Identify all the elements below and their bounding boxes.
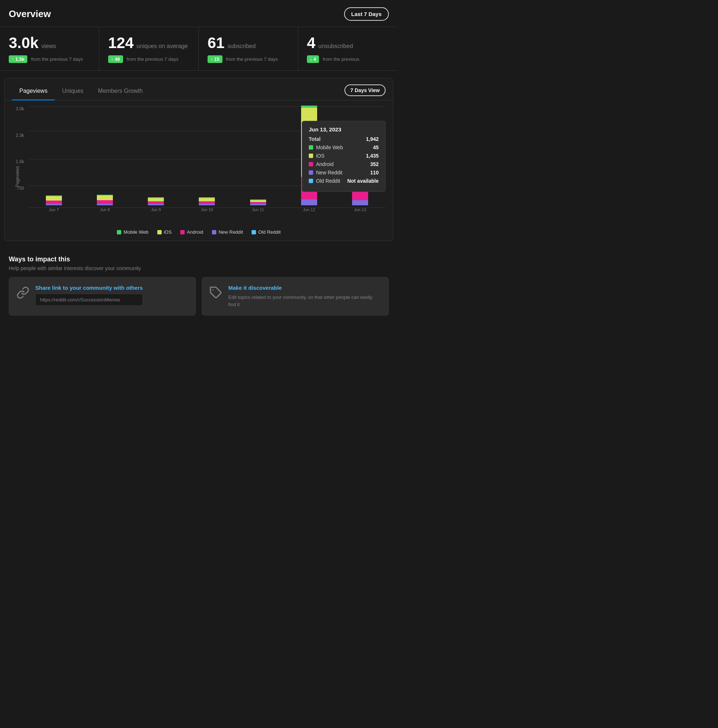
- chart-area: Pageviews 3.0k2.3k1.5k750 Jun 7Jun 8Jun …: [5, 101, 393, 226]
- stat-label: views: [41, 43, 56, 49]
- stat-badge: ↑ 15: [208, 55, 222, 63]
- bar-x-label: Jun 13: [354, 208, 366, 212]
- bar-seg-android: [97, 200, 113, 204]
- stat-card-2: 61 subscribed ↑ 15 from the previous 7 d…: [199, 27, 298, 70]
- tab-members-growth[interactable]: Members Growth: [91, 84, 150, 101]
- stat-number: 4: [307, 34, 315, 52]
- ways-card: Make it discoverable Edit topics related…: [202, 277, 389, 316]
- ways-card-title[interactable]: Share link to your community with others: [35, 284, 143, 291]
- tooltip-row: Old Reddit Not available: [309, 178, 379, 184]
- ways-card-content: Make it discoverable Edit topics related…: [228, 284, 381, 308]
- y-axis-title: Pageviews: [15, 166, 20, 187]
- stat-main: 124 uniques on average: [108, 34, 190, 52]
- bar-seg-ios: [148, 198, 164, 201]
- ways-card-icon: [16, 286, 29, 299]
- ways-card-title[interactable]: Make it discoverable: [228, 284, 381, 291]
- stat-sub-text: from the previous 7 days: [226, 57, 278, 62]
- stat-main: 61 subscribed: [208, 34, 289, 52]
- legend-dot: [117, 230, 121, 234]
- bar-seg-new_reddit: [199, 204, 215, 205]
- legend-item: New Reddit: [212, 229, 243, 235]
- legend-item: iOS: [157, 229, 172, 235]
- y-axis-label: 1.5k: [12, 159, 24, 164]
- stat-label: subscribed: [228, 43, 256, 49]
- tooltip-row-label: Old Reddit: [309, 178, 340, 184]
- tooltip-color-dot: [309, 145, 313, 150]
- tooltip-row-value: 45: [373, 145, 379, 150]
- tab-uniques[interactable]: Uniques: [55, 84, 91, 101]
- tooltip-row: Android 352: [309, 161, 379, 167]
- chart-plot: Jun 7Jun 8Jun 9Jun 10Jun 11Jun 12Jun 13 …: [28, 106, 386, 223]
- last-days-button[interactable]: Last 7 Days: [344, 7, 389, 21]
- stat-number: 3.0k: [9, 34, 38, 52]
- bar-seg-android: [199, 201, 215, 204]
- bar-group[interactable]: Jun 8: [80, 195, 130, 212]
- tabs-left: PageviewsUniquesMembers Growth: [12, 84, 150, 100]
- tooltip-row-label: Mobile Web: [309, 145, 343, 150]
- bar-seg-android: [46, 200, 62, 204]
- stat-number: 124: [108, 34, 134, 52]
- y-axis-label: 2.3k: [12, 133, 24, 138]
- stat-sub-text: from the previous 7 days: [127, 57, 178, 62]
- bar-seg-ios: [46, 196, 62, 201]
- tooltip-row: iOS 1,435: [309, 153, 379, 159]
- bar-seg-ios: [199, 198, 215, 201]
- chart-tabs: PageviewsUniquesMembers Growth 7 Days Vi…: [5, 78, 393, 101]
- tooltip-total-row: Total 1,942: [309, 136, 379, 142]
- bar-x-label: Jun 7: [49, 208, 59, 212]
- ways-card-content: Share link to your community with others…: [35, 284, 143, 306]
- legend-dot: [212, 230, 216, 234]
- legend-dot: [157, 230, 162, 234]
- tooltip-total-label: Total: [309, 136, 320, 142]
- ways-card-url[interactable]: https://reddit.com/r/SuccessionMemes: [35, 294, 143, 306]
- y-axis: 3.0k2.3k1.5k750: [12, 106, 28, 223]
- legend-item: Old Reddit: [252, 229, 280, 235]
- bar-seg-new_reddit: [301, 199, 317, 205]
- stat-number: 61: [208, 34, 225, 52]
- chart-section: PageviewsUniquesMembers Growth 7 Days Vi…: [5, 78, 393, 241]
- bars-container: Jun 7Jun 8Jun 9Jun 10Jun 11Jun 12Jun 13 …: [28, 106, 386, 223]
- bar-seg-new_reddit: [352, 200, 368, 206]
- stats-row: 3.0k views ↑ 1.5k from the previous 7 da…: [0, 27, 398, 70]
- legend-dot: [252, 230, 256, 234]
- legend-label: iOS: [164, 229, 172, 235]
- ways-card-desc: Edit topics related to your community, s…: [228, 294, 381, 308]
- view-button[interactable]: 7 Days View: [344, 84, 386, 96]
- stat-badge: ↑ 46: [108, 55, 123, 63]
- bar-group[interactable]: Jun 9: [130, 197, 181, 212]
- tooltip-row: New Reddit 110: [309, 170, 379, 176]
- stat-sub: ↑ 1.5k from the previous 7 days: [9, 55, 90, 63]
- tooltip-row-value: 110: [370, 170, 379, 176]
- tooltip-date: Jun 13, 2023: [309, 126, 379, 133]
- tooltip-row-value: Not available: [348, 178, 379, 184]
- stat-main: 3.0k views: [9, 34, 90, 52]
- bar-x-label: Jun 12: [303, 208, 315, 212]
- tooltip-color-dot: [309, 154, 313, 158]
- legend-label: Old Reddit: [258, 229, 280, 235]
- chart-legend: Mobile Web iOS Android New Reddit Old Re…: [5, 226, 393, 241]
- bar-seg-new_reddit: [46, 204, 62, 205]
- stat-sub: ↓ 4 from the previous: [307, 55, 389, 63]
- bar-group[interactable]: Jun 10: [181, 197, 232, 212]
- legend-dot: [180, 230, 185, 234]
- ways-card-icon: [209, 286, 222, 299]
- tooltip-row: Mobile Web 45: [309, 145, 379, 150]
- link-icon: [16, 286, 29, 299]
- bar-group[interactable]: Jun 11: [233, 199, 284, 212]
- tooltip-color-dot: [309, 162, 313, 166]
- stat-card-3: 4 unsubscribed ↓ 4 from the previous: [298, 27, 398, 70]
- stat-sub-text: from the previous 7 days: [31, 57, 83, 62]
- ways-card: Share link to your community with others…: [9, 277, 196, 316]
- bar-group[interactable]: Jun 7: [28, 196, 80, 212]
- tooltip-row-value: 352: [370, 161, 379, 167]
- stat-label: unsubscribed: [318, 43, 353, 49]
- bar-x-label: Jun 10: [201, 208, 213, 212]
- tooltip-row-label: New Reddit: [309, 170, 342, 176]
- tab-pageviews[interactable]: Pageviews: [12, 84, 55, 101]
- bar-seg-new_reddit: [97, 204, 113, 205]
- ways-title: Ways to impact this: [9, 255, 389, 263]
- stat-sub: ↑ 15 from the previous 7 days: [208, 55, 289, 63]
- tooltip: Jun 13, 2023 Total 1,942 Mobile Web 45 i…: [302, 121, 386, 192]
- bar-seg-new_reddit: [250, 204, 266, 205]
- tooltip-total-value: 1,942: [366, 136, 379, 142]
